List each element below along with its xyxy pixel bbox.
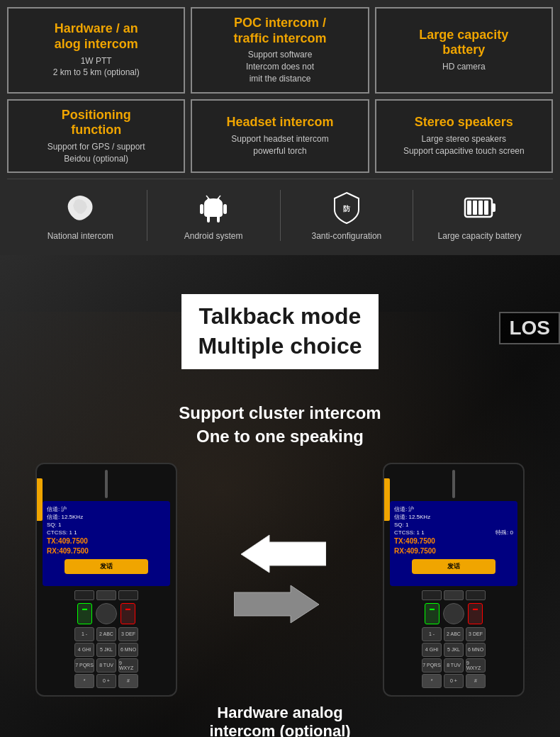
feature-battery-title: Large capacity battery — [419, 28, 508, 58]
freq-label-right: 信道: 沪 — [394, 505, 513, 513]
freq-label: 信道: 沪 — [47, 505, 166, 513]
ctcss-left: CTCSS: 1 1 — [47, 529, 166, 536]
android-system-label: Android system — [184, 231, 243, 241]
r-key-0[interactable]: 0 + — [444, 674, 464, 688]
rx-left: RX:409.7500 — [47, 546, 166, 556]
key-5[interactable]: 5 JKL — [96, 643, 116, 657]
feature-positioning-title: Positioning function — [62, 108, 131, 138]
icon-3anti-config: 防 3anti-configuration — [281, 190, 414, 241]
key-1[interactable]: 1 - — [74, 627, 94, 641]
r-key-1[interactable]: 1 - — [422, 627, 442, 641]
ptt-button-left[interactable]: 发话 — [65, 559, 148, 574]
yellow-side-button — [37, 478, 43, 521]
phone-antenna-left — [105, 470, 108, 498]
r-key-9[interactable]: 9 WXYZ — [466, 658, 486, 673]
large-capacity-battery-label: Large capacity battery — [438, 231, 522, 241]
screen-text-left: 信道: 沪 信道: 12.5KHz SQ: 1 CTCSS: 1 1 TX:40… — [47, 505, 166, 557]
tx-right: TX:409.7500 — [394, 536, 513, 546]
phone-screen-left: 信道: 沪 信道: 12.5KHz SQ: 1 CTCSS: 1 1 TX:40… — [43, 501, 170, 586]
talkback-line1: Talkback mode — [198, 302, 362, 332]
r-key-6[interactable]: 6 MNO — [466, 643, 486, 657]
support-line2: One to one speaking — [14, 424, 546, 449]
hardware-line2: intercom (optional) — [14, 722, 546, 737]
feature-large-battery: Large capacity battery HD camera — [375, 7, 553, 94]
key-star[interactable]: * — [74, 674, 94, 688]
key-6[interactable]: 6 MNO — [118, 643, 138, 657]
r-key-star[interactable]: * — [422, 674, 442, 688]
phone-left: 信道: 沪 信道: 12.5KHz SQ: 1 CTCSS: 1 1 TX:40… — [35, 463, 177, 697]
feature-positioning: Positioning function Support for GPS / s… — [7, 99, 185, 174]
arrows-container — [234, 531, 326, 628]
right-arrow-icon — [234, 582, 326, 628]
feature-poc-title: POC intercom / traffic intercom — [233, 16, 326, 46]
r-key-2[interactable]: 2 ABC — [444, 627, 464, 641]
feature-headset-title: Headset intercom — [226, 115, 333, 130]
icon-large-capacity-battery: Large capacity battery — [413, 190, 546, 241]
features-grid: Hardware / an alog intercom 1W PTT 2 km … — [7, 7, 553, 173]
3anti-config-label: 3anti-configuration — [312, 231, 382, 241]
yellow-side-right — [384, 478, 390, 521]
svg-text:防: 防 — [343, 205, 351, 213]
feature-battery-subtitle: HD camera — [442, 61, 486, 73]
svg-rect-10 — [473, 201, 477, 215]
screen-text-right: 信道: 沪 信道: 12.5KHz SQ: 1 CTCSS: 1 1特殊: 0 … — [394, 505, 513, 557]
nav-area-left: ▬ ▬ — [43, 603, 170, 624]
phone-screen-right: 信道: 沪 信道: 12.5KHz SQ: 1 CTCSS: 1 1特殊: 0 … — [390, 501, 517, 586]
support-cluster-text: Support cluster intercom One to one spea… — [14, 401, 546, 449]
svg-rect-8 — [492, 203, 495, 212]
feature-headset-subtitle: Support headset intercom powerful torch — [231, 133, 328, 157]
svg-marker-14 — [234, 585, 319, 623]
china-map-icon — [62, 190, 98, 225]
android-icon — [196, 190, 231, 225]
svg-rect-3 — [223, 204, 227, 214]
r-key-hash[interactable]: # — [466, 674, 486, 688]
key-3[interactable]: 3 DEF — [118, 627, 138, 641]
r-key-8[interactable]: 8 TUV — [444, 658, 464, 673]
ptt-button-right[interactable]: 发话 — [412, 559, 495, 574]
phone-antenna-right — [452, 470, 455, 498]
hardware-analog-text: Hardware analog intercom (optional) — [14, 704, 546, 737]
tx-left: TX:409.7500 — [47, 536, 166, 546]
phone-right: 信道: 沪 信道: 12.5KHz SQ: 1 CTCSS: 1 1特殊: 0 … — [383, 463, 525, 697]
bottom-content: Talkback mode Multiple choice Support cl… — [0, 255, 560, 737]
shield-3anti-icon: 防 — [329, 190, 364, 225]
nav-circle-left[interactable] — [96, 603, 117, 624]
r-key-3[interactable]: 3 DEF — [466, 627, 486, 641]
key-9[interactable]: 9 WXYZ — [118, 658, 138, 673]
icon-android-system: Android system — [147, 190, 281, 241]
icon-national-intercom: National intercom — [14, 190, 147, 241]
left-arrow-icon — [234, 531, 326, 578]
nav-circle-right[interactable] — [443, 603, 464, 624]
key-2[interactable]: 2 ABC — [96, 627, 116, 641]
end-btn-left[interactable]: ▬ — [121, 603, 135, 624]
svg-rect-2 — [200, 204, 203, 214]
end-btn-right[interactable]: ▬ — [468, 603, 483, 624]
feature-stereo-title: Stereo speakers — [415, 115, 513, 130]
keypad-right: 1 - 2 ABC 3 DEF 4 GHI 5 JKL 6 MNO 7 PQRS… — [390, 627, 517, 688]
feature-hardware-subtitle: 1W PTT 2 km to 5 km (optional) — [53, 55, 140, 79]
talkback-line2: Multiple choice — [198, 332, 362, 361]
feature-poc-subtitle: Support software Intercom does not imit … — [246, 49, 314, 84]
battery-icon — [462, 190, 498, 225]
svg-marker-13 — [241, 535, 326, 573]
hardware-line1: Hardware analog — [14, 704, 546, 722]
feature-stereo: Stereo speakers Large stereo speakers Su… — [375, 99, 553, 174]
feature-headset: Headset intercom Support headset interco… — [191, 99, 369, 174]
icons-row: National intercom Android system 防 3anti… — [7, 179, 553, 248]
freq-val-right: 信道: 12.5KHz — [394, 513, 513, 521]
nav-area-right: ▬ ▬ — [390, 603, 517, 624]
sq-right: SQ: 1 — [394, 521, 513, 529]
call-btn-left[interactable]: ▬ — [77, 603, 92, 624]
key-7[interactable]: 7 PQRS — [74, 658, 94, 673]
r-key-7[interactable]: 7 PQRS — [422, 658, 442, 673]
key-4[interactable]: 4 GHI — [74, 643, 94, 657]
key-0[interactable]: 0 + — [96, 674, 116, 688]
rx-right: RX:409.7500 — [394, 546, 513, 556]
key-8[interactable]: 8 TUV — [96, 658, 116, 673]
r-key-4[interactable]: 4 GHI — [422, 643, 442, 657]
key-hash[interactable]: # — [118, 674, 138, 688]
call-btn-right[interactable]: ▬ — [425, 603, 439, 624]
svg-rect-12 — [484, 201, 488, 215]
svg-rect-9 — [467, 201, 471, 215]
r-key-5[interactable]: 5 JKL — [444, 643, 464, 657]
